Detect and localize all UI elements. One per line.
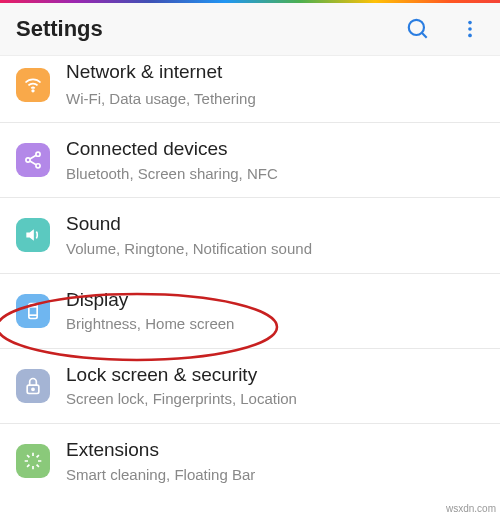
item-title: Sound	[66, 212, 312, 237]
item-subtitle: Volume, Ringtone, Notification sound	[66, 239, 312, 259]
settings-item-network[interactable]: Network & internet Wi-Fi, Data usage, Te…	[0, 56, 500, 123]
svg-point-2	[468, 21, 472, 25]
search-icon[interactable]	[404, 15, 432, 43]
item-title: Connected devices	[66, 137, 278, 162]
sound-icon	[16, 218, 50, 252]
svg-point-4	[468, 34, 472, 38]
item-title: Network & internet	[66, 60, 256, 85]
item-text-group: Extensions Smart cleaning, Floating Bar	[66, 438, 255, 484]
svg-line-1	[422, 33, 427, 38]
svg-line-10	[30, 161, 36, 165]
item-subtitle: Brightness, Home screen	[66, 314, 234, 334]
more-icon[interactable]	[456, 15, 484, 43]
svg-point-0	[409, 20, 424, 35]
settings-list: Network & internet Wi-Fi, Data usage, Te…	[0, 56, 500, 498]
item-text-group: Lock screen & security Screen lock, Fing…	[66, 363, 297, 409]
wifi-icon	[16, 68, 50, 102]
svg-point-8	[36, 164, 40, 168]
svg-point-5	[32, 90, 34, 92]
item-subtitle: Smart cleaning, Floating Bar	[66, 465, 255, 485]
item-text-group: Network & internet Wi-Fi, Data usage, Te…	[66, 62, 256, 108]
svg-point-3	[468, 27, 472, 31]
settings-item-sound[interactable]: Sound Volume, Ringtone, Notification sou…	[0, 198, 500, 273]
display-icon	[16, 294, 50, 328]
svg-point-7	[26, 158, 30, 162]
page-title: Settings	[16, 16, 103, 42]
svg-rect-11	[29, 303, 37, 318]
item-text-group: Display Brightness, Home screen	[66, 288, 234, 334]
app-header: Settings	[0, 3, 500, 56]
svg-line-9	[30, 155, 36, 159]
share-icon	[16, 143, 50, 177]
watermark: wsxdn.com	[446, 503, 496, 514]
svg-point-6	[36, 152, 40, 156]
item-title: Lock screen & security	[66, 363, 297, 388]
header-actions	[404, 15, 484, 43]
item-title: Extensions	[66, 438, 255, 463]
svg-point-15	[32, 388, 34, 390]
item-text-group: Sound Volume, Ringtone, Notification sou…	[66, 212, 312, 258]
settings-item-display[interactable]: Display Brightness, Home screen	[0, 274, 500, 349]
lock-icon	[16, 369, 50, 403]
item-subtitle: Screen lock, Fingerprints, Location	[66, 389, 297, 409]
extension-icon	[16, 444, 50, 478]
item-subtitle: Wi-Fi, Data usage, Tethering	[66, 89, 256, 109]
settings-item-lock-screen[interactable]: Lock screen & security Screen lock, Fing…	[0, 349, 500, 424]
item-subtitle: Bluetooth, Screen sharing, NFC	[66, 164, 278, 184]
item-text-group: Connected devices Bluetooth, Screen shar…	[66, 137, 278, 183]
settings-item-extensions[interactable]: Extensions Smart cleaning, Floating Bar	[0, 424, 500, 498]
item-title: Display	[66, 288, 234, 313]
settings-item-connected-devices[interactable]: Connected devices Bluetooth, Screen shar…	[0, 123, 500, 198]
